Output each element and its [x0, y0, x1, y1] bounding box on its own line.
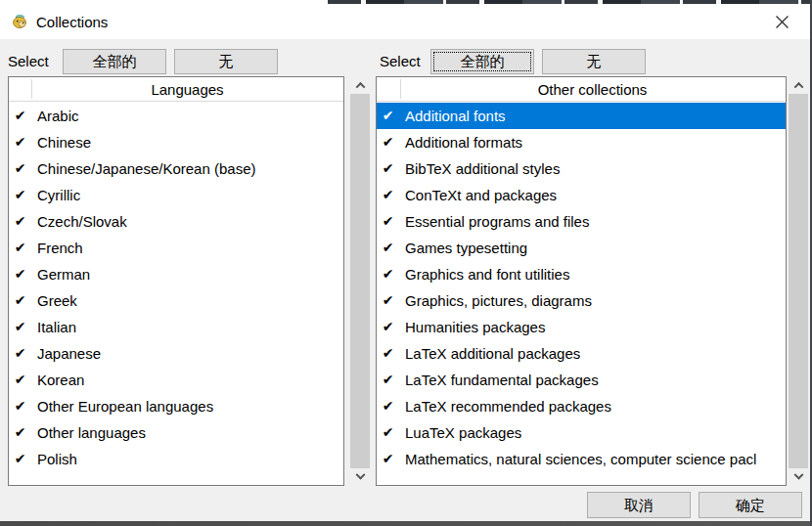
check-icon: ✔ [9, 129, 31, 155]
cancel-button[interactable]: 取消 [587, 492, 691, 518]
languages-header-label: Languages [128, 81, 223, 98]
scrollbar-thumb[interactable] [350, 94, 370, 468]
window-title: Collections [36, 14, 108, 30]
list-item[interactable]: ✔Chinese [9, 129, 343, 155]
ok-button[interactable]: 确定 [699, 492, 802, 518]
check-icon: ✔ [377, 419, 399, 446]
list-item[interactable]: ✔Graphics and font utilities [377, 261, 786, 287]
check-icon: ✔ [377, 182, 399, 208]
left-select-label: Select [8, 49, 49, 74]
list-item-label: BibTeX additional styles [399, 160, 560, 177]
list-item-label: German [31, 266, 90, 283]
check-icon: ✔ [9, 419, 31, 446]
list-item[interactable]: ✔LuaTeX packages [377, 419, 786, 446]
check-icon: ✔ [9, 182, 31, 208]
list-item[interactable]: ✔Essential programs and files [377, 208, 786, 235]
languages-scrollbar[interactable] [350, 76, 370, 486]
check-icon: ✔ [377, 235, 399, 261]
background-window-bottom [0, 521, 812, 526]
list-item-label: Cyrillic [31, 187, 80, 203]
list-item-label: Japanese [31, 345, 101, 362]
other-collections-header-label: Other collections [516, 81, 648, 98]
list-item-label: Games typesetting [399, 240, 527, 256]
list-item[interactable]: ✔Arabic [9, 103, 343, 129]
check-icon: ✔ [377, 367, 399, 393]
list-item[interactable]: ✔Additional fonts [377, 103, 786, 129]
left-select-none-button[interactable]: 无 [174, 49, 278, 74]
list-item[interactable]: ✔French [9, 235, 343, 261]
list-item-label: Italian [31, 319, 76, 335]
check-icon: ✔ [9, 393, 31, 419]
list-item[interactable]: ✔Czech/Slovak [9, 208, 343, 235]
check-icon: ✔ [9, 314, 31, 340]
list-item[interactable]: ✔Italian [9, 314, 343, 340]
check-icon: ✔ [9, 235, 31, 261]
list-item-label: Polish [31, 451, 77, 467]
list-item-label: Chinese [31, 134, 91, 151]
check-icon: ✔ [377, 287, 399, 314]
list-item[interactable]: ✔Japanese [9, 340, 343, 367]
list-item[interactable]: ✔Korean [9, 367, 343, 393]
chevron-down-icon [793, 469, 803, 479]
other-collections-scrollbar[interactable] [789, 76, 808, 486]
list-item[interactable]: ✔ConTeXt and packages [377, 182, 786, 208]
list-item-label: Humanities packages [399, 319, 545, 335]
list-item[interactable]: ✔Other European languages [9, 393, 343, 419]
close-button[interactable] [765, 4, 798, 39]
list-item[interactable]: ✔Humanities packages [377, 314, 786, 340]
scrollbar-thumb[interactable] [789, 94, 808, 468]
other-collections-header[interactable]: Other collections [377, 77, 786, 102]
left-select-all-button[interactable]: 全部的 [63, 49, 166, 74]
list-item-label: LaTeX additional packages [399, 345, 580, 362]
check-icon: ✔ [377, 208, 399, 235]
chevron-up-icon [355, 81, 365, 91]
list-item-label: Chinese/Japanese/Korean (base) [31, 160, 255, 177]
check-icon: ✔ [9, 446, 31, 472]
check-icon: ✔ [9, 103, 31, 129]
list-item-label: ConTeXt and packages [399, 187, 557, 203]
languages-panel: Languages ✔Arabic✔Chinese✔Chinese/Japane… [8, 76, 344, 486]
list-item[interactable]: ✔LaTeX fundamental packages [377, 367, 786, 393]
check-icon: ✔ [377, 446, 399, 472]
check-icon: ✔ [377, 261, 399, 287]
other-collections-list: ✔Additional fonts✔Additional formats✔Bib… [377, 103, 786, 485]
list-item-label: Additional fonts [399, 108, 506, 124]
list-item[interactable]: ✔Cyrillic [9, 182, 343, 208]
list-item[interactable]: ✔Polish [9, 446, 343, 472]
scroll-up-button[interactable] [350, 76, 370, 94]
list-item-label: LaTeX fundamental packages [399, 372, 599, 388]
list-item[interactable]: ✔German [9, 261, 343, 287]
scroll-down-button[interactable] [789, 468, 808, 486]
list-item-label: Korean [31, 372, 84, 388]
screen: Collections Select 全部的 无 Select 全部的 无 La… [0, 0, 812, 526]
list-item[interactable]: ✔Chinese/Japanese/Korean (base) [9, 155, 343, 182]
other-collections-panel: Other collections ✔Additional fonts✔Addi… [376, 76, 787, 486]
list-item-label: Greek [31, 292, 77, 309]
check-icon: ✔ [377, 340, 399, 367]
scroll-up-button[interactable] [789, 76, 808, 94]
chevron-up-icon [793, 81, 803, 91]
check-icon: ✔ [9, 287, 31, 314]
list-item[interactable]: ✔Greek [9, 287, 343, 314]
list-item[interactable]: ✔BibTeX additional styles [377, 155, 786, 182]
check-icon: ✔ [377, 155, 399, 182]
list-item-label: Czech/Slovak [31, 213, 127, 230]
list-item-label: Graphics, pictures, diagrams [399, 292, 592, 309]
close-icon [776, 16, 789, 28]
right-select-none-button[interactable]: 无 [542, 49, 646, 74]
list-item[interactable]: ✔Mathematics, natural sciences, computer… [377, 446, 786, 472]
scroll-down-button[interactable] [350, 468, 370, 486]
list-item-label: Other European languages [31, 398, 213, 415]
list-item[interactable]: ✔Additional formats [377, 129, 786, 155]
list-item[interactable]: ✔LaTeX additional packages [377, 340, 786, 367]
right-select-all-button[interactable]: 全部的 [430, 49, 534, 74]
languages-header[interactable]: Languages [9, 77, 343, 102]
list-item-label: LuaTeX packages [399, 424, 521, 441]
list-item[interactable]: ✔LaTeX recommended packages [377, 393, 786, 419]
list-item[interactable]: ✔Graphics, pictures, diagrams [377, 287, 786, 314]
list-item-label: Arabic [31, 108, 79, 124]
check-icon: ✔ [9, 208, 31, 235]
languages-list: ✔Arabic✔Chinese✔Chinese/Japanese/Korean … [9, 103, 343, 485]
list-item[interactable]: ✔Games typesetting [377, 235, 786, 261]
list-item[interactable]: ✔Other languages [9, 419, 343, 446]
